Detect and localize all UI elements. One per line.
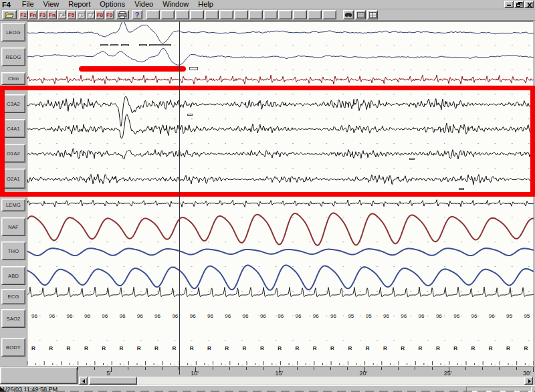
montage-view-button[interactable] bbox=[355, 10, 366, 19]
blank-button-6[interactable] bbox=[234, 10, 248, 19]
blank-button-4[interactable] bbox=[205, 10, 219, 19]
channel-label-tho[interactable]: THO bbox=[1, 241, 25, 260]
axis-minor-tick bbox=[432, 367, 433, 370]
scroll-left-button[interactable] bbox=[79, 377, 88, 385]
channel-label-abd[interactable]: ABD bbox=[1, 266, 25, 285]
menu-report[interactable]: Report bbox=[64, 0, 95, 9]
help-button[interactable]: ? bbox=[132, 10, 142, 19]
c3a2-waveform bbox=[27, 96, 534, 126]
fkey-button-f3-2[interactable]: F3 bbox=[38, 10, 47, 19]
fkey-button-f2-0[interactable]: F2 bbox=[19, 10, 28, 19]
event-marker bbox=[459, 188, 464, 190]
split-view-button[interactable] bbox=[367, 10, 378, 19]
fkey-button-f9-9[interactable]: F9 bbox=[105, 10, 114, 19]
blank-button-0[interactable] bbox=[146, 10, 160, 19]
menu-view[interactable]: View bbox=[39, 0, 64, 9]
blank-button-11[interactable] bbox=[308, 10, 322, 19]
fkey-button-fn-3[interactable]: Fn bbox=[47, 10, 57, 19]
axis-label: 25' bbox=[444, 370, 452, 377]
body-position-value: R bbox=[524, 345, 528, 351]
menu-help[interactable]: Help bbox=[193, 0, 218, 9]
menu-options[interactable]: Options bbox=[95, 0, 130, 9]
minimize-button[interactable] bbox=[504, 1, 514, 8]
reog-waveform bbox=[27, 48, 534, 65]
axis-minor-tick bbox=[145, 367, 146, 370]
blank-button-7[interactable] bbox=[249, 10, 263, 19]
scroll-left-icon bbox=[82, 379, 85, 383]
sao2-value: 96 bbox=[330, 313, 336, 319]
blank-button-8[interactable] bbox=[263, 10, 278, 19]
axis-corner-panel bbox=[0, 367, 78, 384]
body-position-value: R bbox=[383, 345, 387, 351]
fkey-button-fn-1[interactable]: Fn bbox=[28, 10, 37, 19]
axis-minor-tick bbox=[398, 367, 399, 370]
axis-minor-tick bbox=[297, 367, 298, 370]
horizontal-scrollbar[interactable] bbox=[79, 377, 533, 385]
scroll-right-button[interactable] bbox=[524, 377, 533, 385]
blank-button-5[interactable] bbox=[219, 10, 233, 19]
sao2-value: 96 bbox=[154, 313, 160, 319]
blank-button-1[interactable] bbox=[160, 10, 175, 19]
axis-minor-tick bbox=[516, 367, 517, 370]
axis-minor-tick bbox=[330, 367, 331, 370]
fkey-button-f7-7[interactable]: F7 bbox=[86, 10, 95, 19]
event-marker bbox=[409, 158, 415, 160]
close-icon bbox=[525, 1, 534, 9]
channel-label-sao2[interactable]: SAO2 bbox=[1, 309, 25, 328]
axis-minor-tick bbox=[499, 367, 500, 370]
sao2-value: 96 bbox=[436, 313, 442, 319]
blank-button-2[interactable] bbox=[175, 10, 189, 19]
restore-button[interactable] bbox=[514, 1, 524, 8]
sao2-value: 96 bbox=[102, 313, 108, 319]
body-position-value: R bbox=[31, 345, 35, 351]
sao2-value: 96 bbox=[383, 313, 389, 319]
blank-button-12[interactable] bbox=[322, 10, 336, 19]
axis-minor-tick bbox=[94, 367, 95, 370]
channel-label-naf[interactable]: NAF bbox=[1, 217, 25, 236]
tho-waveform bbox=[27, 248, 534, 256]
channel-label-c4a1[interactable]: C4A1 bbox=[1, 119, 25, 138]
highlight-bar-handle[interactable] bbox=[189, 67, 198, 70]
close-button[interactable] bbox=[524, 1, 534, 8]
eye-movement-marker bbox=[121, 44, 129, 46]
waveform-canvas[interactable]: 9696969696969696969696969696969696969595… bbox=[27, 21, 533, 366]
fkey-button-f4-4[interactable]: F4 bbox=[57, 10, 66, 19]
blank-button-10[interactable] bbox=[293, 10, 307, 19]
sao2-value: 96 bbox=[207, 313, 213, 319]
channel-label-o1a2[interactable]: O1A2 bbox=[1, 144, 25, 163]
naf-waveform bbox=[27, 213, 534, 246]
channel-label-c3a2[interactable]: C3A2 bbox=[1, 94, 25, 113]
scrollbar-thumb[interactable] bbox=[89, 377, 137, 385]
sao2-value: 96 bbox=[190, 313, 196, 319]
channel-label-reog[interactable]: REOG bbox=[1, 47, 25, 66]
sao2-value: 96 bbox=[67, 313, 73, 319]
fkey-button-f5-5[interactable]: F5 bbox=[67, 10, 76, 19]
menu-window[interactable]: Window bbox=[158, 0, 193, 9]
menu-video[interactable]: Video bbox=[130, 0, 158, 9]
print-button[interactable] bbox=[116, 10, 129, 19]
open-folder-icon bbox=[5, 11, 14, 18]
open-file-button[interactable] bbox=[2, 10, 17, 19]
channel-label-ecg[interactable]: ECG bbox=[1, 289, 25, 304]
time-cursor bbox=[179, 21, 180, 375]
axis-label: 5' bbox=[106, 370, 111, 377]
body-position-value: R bbox=[120, 345, 124, 351]
fkey-button-f8-8[interactable]: F8 bbox=[95, 10, 104, 19]
channel-label-leog[interactable]: LEOG bbox=[1, 23, 25, 41]
blank-button-9[interactable] bbox=[278, 10, 292, 19]
menu-file[interactable]: File bbox=[17, 0, 39, 9]
channel-label-body[interactable]: BODY bbox=[1, 338, 25, 357]
body-position-value: R bbox=[366, 345, 370, 351]
sao2-value: 96 bbox=[489, 313, 495, 319]
channel-label-lemg[interactable]: LEMG bbox=[1, 199, 25, 211]
blank-button-3[interactable] bbox=[190, 10, 204, 19]
channel-label-o2a1[interactable]: O2A1 bbox=[1, 169, 25, 189]
axis-minor-tick bbox=[347, 367, 348, 370]
sao2-value: 95 bbox=[366, 313, 372, 319]
video-view-button[interactable] bbox=[343, 10, 354, 19]
body-position-value: R bbox=[207, 345, 211, 351]
channel-label-chin[interactable]: Chin bbox=[1, 72, 25, 85]
fkey-button-f6-6[interactable]: F6 bbox=[76, 10, 86, 19]
body-position-value: R bbox=[436, 345, 440, 351]
channel-label-column: LEOGREOGChinC3A2C4A1O1A2O2A1LEMGNAFTHOAB… bbox=[0, 21, 27, 367]
